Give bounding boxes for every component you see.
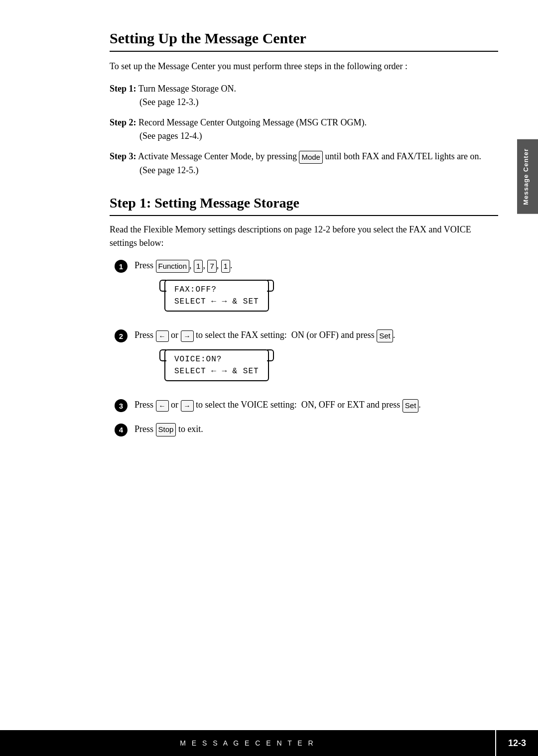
stop-key: Stop — [156, 423, 176, 436]
step-1-text: Turn Message Storage ON. — [138, 84, 236, 94]
num-2-circle: 2 — [115, 329, 128, 342]
step-1-block: Step 1: Turn Message Storage ON. (See pa… — [110, 82, 498, 109]
step-3-subtext: (See page 12-5.) — [139, 164, 498, 177]
num-4-circle: 4 — [115, 424, 128, 436]
footer-center-text: M E S S A G E C E N T E R — [0, 739, 495, 747]
section-intro: Read the Flexible Memory settings descri… — [110, 223, 498, 250]
right-arrow-key-3: → — [181, 400, 194, 412]
set-key-3: Set — [403, 399, 419, 413]
left-arrow-key-2: ← — [156, 330, 169, 342]
right-arrow-key-2: → — [181, 330, 194, 342]
lcd-2-wrapper: VOICE:ON? SELECT ← → & SET — [164, 349, 498, 381]
key-1b: 1 — [221, 260, 230, 273]
step-1-label: Step 1: — [110, 84, 136, 94]
num-3-circle: 3 — [115, 399, 128, 412]
page-container: Message Center Setting Up the Message Ce… — [0, 0, 538, 756]
num-1-text: Press — [134, 260, 156, 270]
step-3-block: Step 3: Activate Message Center Mode, by… — [110, 150, 498, 177]
intro-text: To set up the Message Center you must pe… — [110, 60, 498, 73]
lcd-2-display: VOICE:ON? SELECT ← → & SET — [164, 349, 269, 381]
set-key-2: Set — [377, 329, 393, 343]
bottom-bar: M E S S A G E C E N T E R 12-3 — [0, 730, 538, 756]
step-3-label: Step 3: — [110, 151, 136, 161]
step-2-label: Step 2: — [110, 117, 136, 127]
lcd-2-line2: SELECT ← → & SET — [174, 365, 259, 377]
num-4-content: Press Stop to exit. — [134, 423, 498, 436]
num-2-text: Press ← or → to select the FAX setting: … — [134, 330, 395, 340]
lcd-2-line1: VOICE:ON? — [174, 353, 259, 365]
mode-key: Mode — [299, 151, 323, 164]
num-step-2: 2 Press ← or → to select the FAX setting… — [115, 328, 498, 388]
num-4-text: Press Stop to exit. — [134, 424, 203, 434]
footer-page-num: 12-3 — [495, 730, 538, 756]
num-3-text: Press ← or → to select the VOICE setting… — [134, 400, 421, 410]
page-title: Setting Up the Message Center — [110, 30, 498, 52]
lcd-1-line1: FAX:OFF? — [174, 284, 259, 296]
left-arrow-key-3: ← — [156, 400, 169, 412]
step-3-text: Activate Message Center Mode, by pressin… — [138, 151, 481, 161]
num-2-content: Press ← or → to select the FAX setting: … — [134, 328, 498, 388]
lcd-1-display: FAX:OFF? SELECT ← → & SET — [164, 280, 269, 312]
num-step-4: 4 Press Stop to exit. — [115, 423, 498, 436]
num-1-circle: 1 — [115, 260, 128, 273]
side-tab: Message Center — [517, 139, 538, 214]
lcd-1-line2: SELECT ← → & SET — [174, 296, 259, 308]
numbered-steps: 1 Press Function, 1, 7, 1. FAX:OFF? SELE… — [115, 259, 498, 436]
function-key: Function — [156, 260, 190, 273]
step-2-subtext: (See pages 12-4.) — [139, 129, 498, 143]
key-7: 7 — [207, 260, 216, 273]
section-heading: Step 1: Setting Message Storage — [110, 195, 498, 216]
num-3-content: Press ← or → to select the VOICE setting… — [134, 398, 498, 412]
key-1a: 1 — [194, 260, 203, 273]
num-step-3: 3 Press ← or → to select the VOICE setti… — [115, 398, 498, 412]
lcd-1-wrapper: FAX:OFF? SELECT ← → & SET — [164, 280, 498, 312]
step-1-subtext: (See page 12-3.) — [139, 96, 498, 109]
num-1-content: Press Function, 1, 7, 1. FAX:OFF? SELECT… — [134, 259, 498, 319]
step-2-block: Step 2: Record Message Center Outgoing M… — [110, 116, 498, 143]
step-2-text: Record Message Center Outgoing Message (… — [138, 117, 367, 127]
num-step-1: 1 Press Function, 1, 7, 1. FAX:OFF? SELE… — [115, 259, 498, 319]
